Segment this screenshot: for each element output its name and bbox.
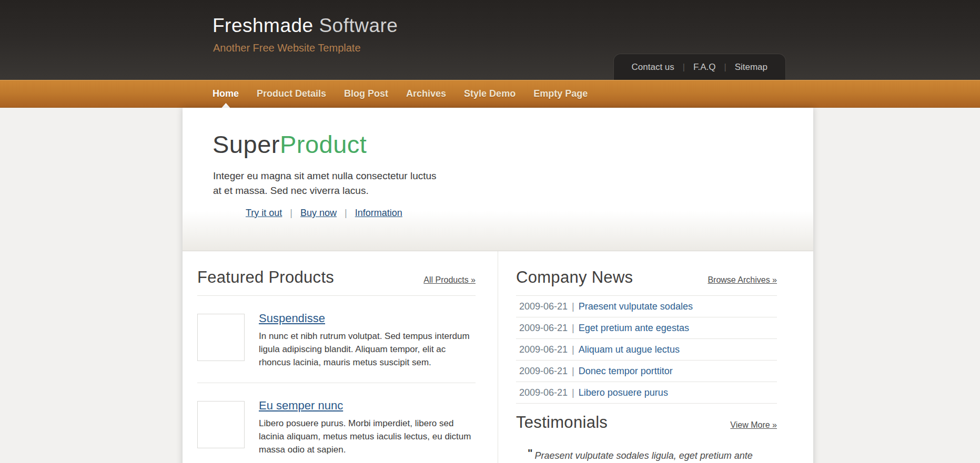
- featured-products-title: Featured Products: [197, 268, 334, 287]
- product-link-eu-semper-nunc[interactable]: Eu semper nunc: [259, 399, 343, 413]
- news-list: 2009-06-21 | Praesent vulputate sodales …: [516, 296, 777, 404]
- separator: |: [572, 366, 574, 377]
- nav-item-product-details[interactable]: Product Details: [248, 80, 335, 108]
- news-item[interactable]: 2009-06-21 | Donec tempor porttitor: [516, 361, 777, 382]
- main-nav: Home Product Details Blog Post Archives …: [0, 80, 980, 108]
- news-item[interactable]: 2009-06-21 | Aliquam ut augue lectus: [516, 339, 777, 361]
- news-item[interactable]: 2009-06-21 | Eget pretium ante egestas: [516, 317, 777, 339]
- site-tagline: Another Free Website Template: [213, 42, 361, 54]
- separator: |: [290, 208, 292, 219]
- nav-item-archives[interactable]: Archives: [397, 80, 455, 108]
- separator: |: [724, 63, 726, 72]
- site-title-primary: Freshmade: [213, 15, 314, 36]
- separator: |: [572, 323, 574, 334]
- product-item: Suspendisse In nunc et nibh rutrum volut…: [197, 296, 476, 383]
- nav-item-style-demo[interactable]: Style Demo: [455, 80, 524, 108]
- hero-link-information[interactable]: Information: [355, 208, 402, 219]
- product-image-placeholder[interactable]: [197, 401, 245, 448]
- testimonial-text-line1: Praesent vulputate sodales ligula, eget …: [526, 450, 753, 463]
- product-description: Libero posuere purus. Morbi imperdiet, l…: [259, 417, 476, 456]
- site-title-secondary: Software: [314, 15, 398, 36]
- hero-section: SuperProduct Integer eu magna sit amet n…: [183, 108, 813, 251]
- news-date: 2009-06-21: [519, 344, 568, 355]
- product-image-placeholder[interactable]: [197, 314, 245, 361]
- header: Freshmade Software Another Free Website …: [0, 0, 980, 80]
- separator: |: [572, 387, 574, 398]
- right-column: Company News Browse Archives » 2009-06-2…: [498, 251, 777, 463]
- utility-nav: Contact us | F.A.Q | Sitemap: [613, 54, 786, 80]
- news-date: 2009-06-21: [519, 366, 568, 377]
- view-more-link[interactable]: View More »: [730, 420, 777, 432]
- product-item: Eu semper nunc Libero posuere purus. Mor…: [197, 383, 476, 463]
- news-link[interactable]: Aliquam ut augue lectus: [579, 344, 680, 355]
- product-description: In nunc et nibh rutrum volutpat. Sed tem…: [259, 330, 476, 369]
- hero-links: Try it out | Buy now | Information: [246, 208, 402, 219]
- news-date: 2009-06-21: [519, 323, 568, 334]
- hero-title-primary: Super: [213, 130, 280, 158]
- all-products-link[interactable]: All Products »: [423, 275, 476, 287]
- company-news-title: Company News: [516, 268, 633, 287]
- product-body: Suspendisse In nunc et nibh rutrum volut…: [259, 312, 476, 369]
- browse-archives-link[interactable]: Browse Archives »: [708, 275, 777, 287]
- site-title: Freshmade Software: [213, 15, 398, 37]
- hero-title-secondary: Product: [280, 130, 367, 158]
- news-date: 2009-06-21: [519, 387, 568, 398]
- testimonials-header: Testimonials View More »: [516, 413, 777, 432]
- utility-link-sitemap[interactable]: Sitemap: [735, 62, 767, 73]
- nav-item-home[interactable]: Home: [213, 80, 248, 108]
- product-body: Eu semper nunc Libero posuere purus. Mor…: [259, 399, 476, 456]
- company-news-header: Company News Browse Archives »: [516, 268, 777, 287]
- testimonial-quote: "Praesent vulputate sodales ligula, eget…: [526, 448, 777, 463]
- news-link[interactable]: Donec tempor porttitor: [579, 366, 673, 377]
- news-item[interactable]: 2009-06-21 | Praesent vulputate sodales: [516, 296, 777, 317]
- header-inner: Freshmade Software Another Free Website …: [183, 0, 813, 80]
- separator: |: [572, 301, 574, 312]
- news-link[interactable]: Eget pretium ante egestas: [579, 323, 689, 334]
- featured-products-section: Featured Products All Products » Suspend…: [197, 251, 498, 463]
- nav-item-empty-page[interactable]: Empty Page: [524, 80, 597, 108]
- hero-link-buy-now[interactable]: Buy now: [300, 208, 337, 219]
- content-area: Featured Products All Products » Suspend…: [183, 251, 813, 463]
- news-link[interactable]: Libero posuere purus: [579, 387, 668, 398]
- open-quote-mark: ": [526, 447, 534, 459]
- hero-link-try-it-out[interactable]: Try it out: [246, 208, 282, 219]
- utility-link-contact-us[interactable]: Contact us: [632, 62, 674, 73]
- hero-description: Integer eu magna sit amet nulla consecte…: [213, 169, 438, 198]
- hero-title: SuperProduct: [213, 130, 367, 159]
- separator: |: [345, 208, 347, 219]
- separator: |: [572, 344, 574, 355]
- testimonials-title: Testimonials: [516, 413, 608, 432]
- separator: |: [683, 63, 685, 72]
- main-nav-list: Home Product Details Blog Post Archives …: [213, 80, 980, 108]
- news-link[interactable]: Praesent vulputate sodales: [579, 301, 693, 312]
- page-content-column: SuperProduct Integer eu magna sit amet n…: [183, 108, 813, 463]
- product-link-suspendisse[interactable]: Suspendisse: [259, 312, 325, 325]
- nav-item-blog-post[interactable]: Blog Post: [335, 80, 397, 108]
- utility-link-faq[interactable]: F.A.Q: [693, 62, 716, 73]
- news-date: 2009-06-21: [519, 301, 568, 312]
- news-item[interactable]: 2009-06-21 | Libero posuere purus: [516, 382, 777, 404]
- featured-products-header: Featured Products All Products »: [197, 268, 476, 287]
